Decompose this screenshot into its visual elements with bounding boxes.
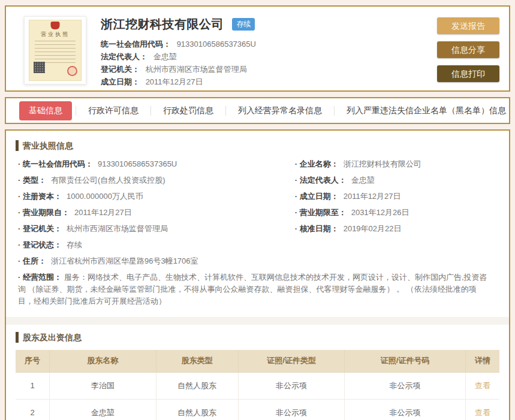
header-field-legal-rep: 法定代表人： 金忠堃 <box>101 50 437 63</box>
field-registration-status: 登记状态：存续 <box>18 239 295 251</box>
cell-shareholder-name: 李治国 <box>49 372 156 399</box>
print-info-button[interactable]: 信息打印 <box>437 65 499 82</box>
col-header-cert-number: 证照/证件号码 <box>345 350 466 372</box>
tab-abnormal-operation-list[interactable]: 列入经营异常名录信息 <box>226 105 334 116</box>
cell-cert-type: 非公示项 <box>238 399 345 420</box>
cell-cert-type: 非公示项 <box>238 372 345 399</box>
field-credit-code: 统一社会信用代码：91330106586537365U <box>18 158 295 170</box>
national-emblem-icon <box>51 22 60 29</box>
company-name: 浙江挖财科技有限公司 <box>101 16 224 32</box>
tab-basic-info[interactable]: 基础信息 <box>19 101 72 120</box>
col-header-shareholder-type: 股东类型 <box>156 350 238 372</box>
cell-shareholder-type: 自然人股东 <box>156 399 238 420</box>
field-company-name: 企业名称：浙江挖财科技有限公司 <box>295 158 499 170</box>
tab-bar: 基础信息 行政许可信息 行政处罚信息 列入经营异常名录信息 列入严重违法失信企业… <box>5 97 510 124</box>
cell-shareholder-name: 金忠堃 <box>49 399 156 420</box>
col-header-shareholder-name: 股东名称 <box>49 350 156 372</box>
table-row: 2 金忠堃 自然人股东 非公示项 非公示项 查看 <box>16 399 499 420</box>
field-term-to: 营业期限至：2031年12月26日 <box>295 207 499 219</box>
field-company-type: 类型：有限责任公司(自然人投资或控股) <box>18 174 295 186</box>
status-badge: 存续 <box>232 18 255 31</box>
field-establish-date: 成立日期：2011年12月27日 <box>295 191 499 203</box>
cell-cert-number: 非公示项 <box>345 372 466 399</box>
license-caption: 营业执照 <box>29 31 81 38</box>
table-row: 1 李治国 自然人股东 非公示项 非公示项 查看 <box>16 372 499 399</box>
view-detail-link[interactable]: 查看 <box>475 381 490 390</box>
view-detail-link[interactable]: 查看 <box>475 408 490 417</box>
field-business-scope: 经营范围：服务：网络技术、电子产品、生物技术、计算机软件、互联网信息技术的技术开… <box>18 271 499 307</box>
col-header-index: 序号 <box>16 350 49 372</box>
cell-index: 1 <box>16 372 49 399</box>
field-empty-cell <box>295 239 499 251</box>
license-text-lines <box>35 41 76 64</box>
tab-serious-violation-blacklist[interactable]: 列入严重违法失信企业名单（黑名单）信息 <box>335 105 515 116</box>
field-registered-capital: 注册资本：1000.000000万人民币 <box>18 191 295 203</box>
section-divider <box>6 317 509 325</box>
shareholders-table: 序号 股东名称 股东类型 证照/证件类型 证照/证件号码 详情 1 李治国 自然… <box>16 350 499 420</box>
license-info-fields: 统一社会信用代码：91330106586537365U 企业名称：浙江挖财科技有… <box>16 158 499 307</box>
send-report-button[interactable]: 发送报告 <box>437 17 499 34</box>
field-registration-authority: 登记机关：杭州市西湖区市场监督管理局 <box>18 223 295 235</box>
license-certificate: 营业执照 <box>29 20 82 81</box>
header-field-registration-authority: 登记机关： 杭州市西湖区市场监督管理局 <box>101 63 437 75</box>
cell-index: 2 <box>16 399 49 420</box>
table-header-row: 序号 股东名称 股东类型 证照/证件类型 证照/证件号码 详情 <box>16 350 499 372</box>
field-address: 住所：浙江省杭州市西湖区华星路96号3幢1706室 <box>18 255 499 267</box>
header-field-credit-code: 统一社会信用代码： 91330106586537365U <box>101 38 437 50</box>
col-header-cert-type: 证照/证件类型 <box>238 350 345 372</box>
cell-shareholder-type: 自然人股东 <box>156 372 238 399</box>
qr-code-icon <box>34 62 45 73</box>
header-field-establish-date: 成立日期： 2011年12月27日 <box>101 75 437 88</box>
main-content-card: 营业执照信息 统一社会信用代码：91330106586537365U 企业名称：… <box>5 129 510 420</box>
cell-cert-number: 非公示项 <box>345 399 466 420</box>
share-info-button[interactable]: 信息分享 <box>437 41 499 58</box>
field-approval-date: 核准日期：2019年02月22日 <box>295 223 499 235</box>
company-summary: 浙江挖财科技有限公司 存续 统一社会信用代码： 9133010658653736… <box>101 15 437 88</box>
tab-admin-license-info[interactable]: 行政许可信息 <box>76 105 150 116</box>
field-legal-rep: 法定代表人：金忠堃 <box>295 174 499 186</box>
section-title-shareholders: 股东及出资信息 <box>16 332 499 343</box>
section-title-license-info: 营业执照信息 <box>16 140 499 151</box>
field-term-from: 营业期限自：2011年12月27日 <box>18 207 295 219</box>
tab-admin-penalty-info[interactable]: 行政处罚信息 <box>151 105 225 116</box>
company-header-card: 营业执照 浙江挖财科技有限公司 存续 统一社会信用代码： 91330106586… <box>5 5 510 92</box>
business-license-image: 营业执照 <box>24 16 86 84</box>
col-header-detail: 详情 <box>465 350 499 372</box>
header-action-buttons: 发送报告 信息分享 信息打印 <box>437 17 499 82</box>
red-stamp-icon <box>67 66 77 76</box>
